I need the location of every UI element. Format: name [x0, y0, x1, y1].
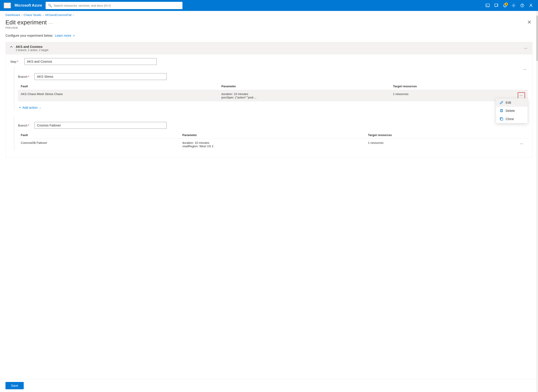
section-header: AKS and Cosmos 2 branch, 2 action, 2 tar…: [6, 42, 532, 55]
context-menu-clone-item[interactable]: Clone: [496, 115, 528, 123]
breadcrumb-chaos-studio[interactable]: Chaos Studio: [24, 13, 41, 17]
close-button[interactable]: [526, 19, 533, 26]
branch2-row: Branch *: [18, 122, 528, 129]
add-action-label: Add action: [22, 106, 38, 109]
section-title: AKS and Cosmos: [16, 45, 48, 49]
branch1-input[interactable]: [34, 73, 167, 80]
branch1-action-cell: ⋯ Edit: [514, 90, 528, 102]
svg-rect-5: [500, 118, 503, 120]
breadcrumb-sep-2: ›: [43, 14, 43, 16]
learn-more-link[interactable]: Learn more ↗: [55, 34, 75, 37]
app-title: Microsoft Azure: [14, 3, 42, 8]
svg-point-3: [522, 6, 523, 7]
branch1-fault-row: AKS Chaos Mesh Stress Chaos duration: 10…: [18, 90, 528, 102]
branch1-fault-table: Fault Parameter Target resources AKS Cha…: [18, 83, 528, 101]
add-action-button[interactable]: + Add action ⌄: [18, 104, 42, 111]
branch1-ellipsis-button[interactable]: ⋯: [522, 67, 528, 72]
svg-point-1: [513, 5, 514, 6]
help-icon-button[interactable]: [519, 2, 526, 9]
context-menu-edit-label: Edit: [506, 101, 511, 104]
svg-rect-0: [486, 4, 489, 7]
topbar-icons: 2: [484, 2, 534, 9]
context-menu-edit-item[interactable]: Edit: [496, 98, 528, 107]
close-icon: [527, 20, 532, 24]
search-icon: 🔍: [48, 4, 52, 7]
breadcrumb: Dashboard › Chaos Studio › AKSandCosmosF…: [0, 11, 538, 18]
branch2-input[interactable]: [34, 122, 167, 129]
add-icon: +: [19, 106, 21, 110]
branch2-label: Branch *: [18, 124, 32, 127]
terminal-icon: [486, 3, 490, 8]
page-header: Edit experiment ... PREVIEW: [0, 18, 538, 32]
notification-badge: 2: [505, 3, 508, 6]
hamburger-menu-button[interactable]: [4, 3, 11, 9]
page-title-ellipsis-button[interactable]: ...: [49, 20, 53, 25]
context-menu-delete-label: Delete: [506, 109, 515, 112]
context-menu-clone-label: Clone: [506, 117, 514, 121]
step-row: Step *: [10, 58, 528, 65]
branch1-container: ⋯ Branch * Fault Parameter Targ: [14, 67, 528, 111]
clone-icon: [500, 117, 503, 121]
section-subtitle: 2 branch, 2 action, 2 target: [16, 49, 48, 52]
branch2-fault-name: CosmosDB Failover: [18, 139, 180, 150]
context-menu: Edit Delete: [496, 98, 528, 123]
branch1-ellipsis-row: ⋯: [18, 67, 528, 72]
context-menu-delete-item[interactable]: Delete: [496, 107, 528, 115]
chevron-up-icon: [10, 45, 13, 49]
delete-icon: [500, 109, 503, 112]
edit-icon: [500, 101, 503, 104]
branch1-fault-name: AKS Chaos Mesh Stress Chaos: [18, 90, 219, 102]
content-area: Configure your experiment below. Learn m…: [0, 32, 538, 167]
branch2-fault-table: Fault Parameter Target resources CosmosD…: [18, 131, 528, 150]
dropdown-caret-icon: ⌄: [39, 106, 41, 109]
terminal-icon-button[interactable]: [484, 2, 491, 9]
breadcrumb-sep-1: ›: [21, 14, 22, 16]
branch1-fault-target: 1 resources: [390, 90, 514, 102]
branch2-required-star: *: [28, 124, 29, 127]
collapse-button[interactable]: [9, 45, 14, 49]
branch2-fault-target: 1 resources: [365, 139, 514, 150]
branch2-action-cell: ⋯: [514, 139, 528, 150]
branch2-fault-row: CosmosDB Failover duration: 10 minutes r…: [18, 139, 528, 150]
svg-point-4: [530, 4, 532, 5]
branch1-row: Branch *: [18, 73, 528, 80]
branch2-action-ellipsis-button[interactable]: ⋯: [519, 141, 525, 147]
section-ellipsis-button[interactable]: ⋯: [523, 46, 529, 51]
branch1-required-star: *: [28, 75, 29, 78]
help-icon: [520, 3, 524, 8]
fault-col-header: Fault: [18, 83, 219, 90]
search-bar[interactable]: 🔍: [46, 2, 182, 9]
experiment-section: AKS and Cosmos 2 branch, 2 action, 2 tar…: [5, 42, 533, 158]
scroll-thumb: [536, 15, 538, 61]
breadcrumb-experiment[interactable]: AKSandCosmosFail: [45, 13, 71, 17]
param-col-header: Parameter: [219, 83, 390, 90]
step-input[interactable]: [24, 58, 157, 65]
feedback-icon-button[interactable]: [493, 2, 500, 9]
topbar: Microsoft Azure 🔍 2: [0, 0, 538, 11]
branch2-fault-params: duration: 10 minutes readRegion: West US…: [180, 139, 365, 150]
settings-icon: [512, 3, 516, 8]
branch2-fault-col-header: Fault: [18, 131, 180, 139]
external-link-icon: ↗: [72, 34, 75, 37]
branch2-target-col-header: Target resources: [365, 131, 514, 139]
page-title-group: Edit experiment ...: [5, 19, 53, 26]
user-icon-button[interactable]: [528, 2, 534, 9]
page-title-text: Edit experiment: [5, 19, 47, 26]
feedback-icon: [494, 3, 498, 8]
branch2-param-col-header: Parameter: [180, 131, 365, 139]
configure-text: Configure your experiment below. Learn m…: [5, 34, 533, 37]
branch2-container: ⋯ Branch * Fault Parameter Targ: [14, 116, 528, 150]
search-input[interactable]: [54, 4, 180, 7]
target-col-header: Target resources: [390, 83, 514, 90]
step-required-star: *: [17, 60, 18, 63]
notification-icon-button[interactable]: 2: [501, 2, 508, 9]
branch1-action-ellipsis-button[interactable]: ⋯: [518, 92, 525, 99]
page-subtitle: PREVIEW: [5, 26, 53, 29]
breadcrumb-dashboard[interactable]: Dashboard: [5, 13, 20, 17]
settings-icon-button[interactable]: [510, 2, 517, 9]
branch1-label: Branch *: [18, 75, 32, 78]
step-label: Step *: [10, 60, 22, 63]
scroll-indicator[interactable]: [536, 11, 538, 167]
breadcrumb-sep-3: ›: [73, 14, 74, 16]
branch2-ellipsis-row: ⋯: [18, 116, 528, 121]
